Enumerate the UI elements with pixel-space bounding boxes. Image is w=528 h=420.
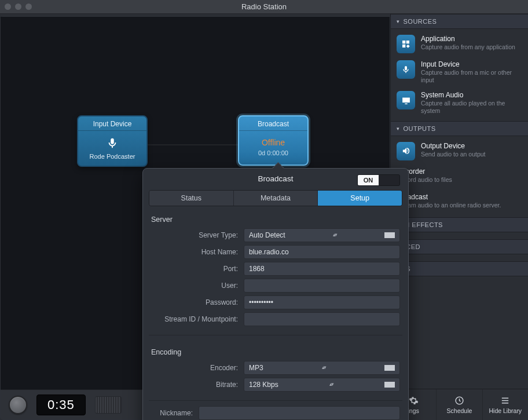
outputs-list: Output Device Send audio to an output Re… bbox=[391, 136, 528, 217]
select-bitrate[interactable]: 128 Kbps ▴▾ bbox=[244, 378, 400, 392]
source-desc: Capture audio from a mic or other input bbox=[421, 69, 522, 84]
tab-setup[interactable]: Setup bbox=[318, 191, 402, 206]
mic-icon bbox=[397, 60, 415, 79]
input-password[interactable] bbox=[244, 295, 400, 309]
titlebar: Radio Station bbox=[0, 0, 528, 14]
node-header: Input Device bbox=[78, 116, 146, 131]
section-others[interactable]: ERS bbox=[391, 261, 528, 276]
button-label: ings bbox=[408, 407, 419, 414]
section-builtin-effects[interactable]: T-IN EFFECTS bbox=[391, 217, 528, 232]
popover-title: Broadcast bbox=[258, 174, 294, 183]
broadcast-time: 0d 0:00:00 bbox=[258, 149, 288, 156]
label-encoder: Encoder: bbox=[151, 364, 238, 372]
select-server-type[interactable]: Auto Detect ▴▾ bbox=[244, 228, 400, 242]
select-arrows-icon: ▴▾ bbox=[329, 383, 333, 386]
section-outputs[interactable]: ▾ OUTPUTS bbox=[391, 121, 528, 136]
output-title: Output Device bbox=[421, 142, 486, 150]
list-icon bbox=[500, 396, 510, 406]
tab-status[interactable]: Status bbox=[149, 191, 234, 206]
source-title: System Audio bbox=[421, 91, 522, 99]
sources-list: Application Capture audio from any appli… bbox=[391, 29, 528, 121]
library-sidebar: ▾ SOURCES Application Capture audio from… bbox=[390, 14, 528, 420]
separator bbox=[149, 335, 402, 335]
section-sources[interactable]: ▾ SOURCES bbox=[391, 14, 528, 29]
source-item-system-audio[interactable]: System Audio Capture all audio played on… bbox=[391, 87, 528, 118]
section-encoding: Encoding Encoder: MP3 ▴▾ Bitrate: 128 Kb… bbox=[143, 339, 408, 397]
section-label: OUTPUTS bbox=[404, 125, 436, 132]
output-title: Broadcast bbox=[397, 193, 501, 201]
toggle-off bbox=[379, 175, 399, 185]
label-nickname: Nickname: bbox=[151, 409, 193, 417]
label-bitrate: Bitrate: bbox=[151, 381, 238, 389]
window-title: Radio Station bbox=[0, 2, 528, 11]
on-off-toggle[interactable]: ON bbox=[357, 174, 400, 186]
hide-library-button[interactable]: Hide Library bbox=[482, 389, 528, 420]
broadcast-status: Offline bbox=[262, 138, 285, 147]
patch-cable bbox=[145, 144, 238, 145]
section-server: Server Server Type: Auto Detect ▴▾ Host … bbox=[143, 206, 408, 331]
node-header: Broadcast bbox=[239, 116, 307, 131]
source-item-application[interactable]: Application Capture audio from any appli… bbox=[391, 31, 528, 57]
output-desc: Send audio to an output bbox=[421, 151, 486, 158]
chevron-down-icon: ▾ bbox=[397, 19, 400, 24]
mic-icon bbox=[105, 136, 120, 151]
section-heading: Encoding bbox=[151, 348, 400, 356]
source-item-input-device[interactable]: Input Device Capture audio from a mic or… bbox=[391, 57, 528, 87]
output-item-broadcast[interactable]: Broadcast Stream audio to an online radi… bbox=[391, 189, 528, 215]
node-broadcast[interactable]: Broadcast Offline 0d 0:00:00 bbox=[238, 115, 309, 166]
input-user[interactable] bbox=[244, 279, 400, 293]
library-footer: ings Schedule Hide Library bbox=[391, 389, 528, 420]
input-nickname[interactable] bbox=[199, 406, 400, 420]
tab-metadata[interactable]: Metadata bbox=[234, 191, 318, 206]
select-encoder[interactable]: MP3 ▴▾ bbox=[244, 361, 400, 375]
label-port: Port: bbox=[151, 265, 238, 273]
display-icon bbox=[397, 91, 415, 109]
input-mountpoint[interactable] bbox=[244, 312, 400, 326]
output-item-output-device[interactable]: Output Device Send audio to an output bbox=[391, 138, 528, 164]
node-input-device[interactable]: Input Device Rode Podcaster bbox=[77, 115, 148, 167]
input-port[interactable] bbox=[244, 262, 400, 276]
speaker-icon bbox=[397, 142, 415, 160]
select-value: Auto Detect bbox=[249, 231, 285, 239]
label-mountpoint: Stream ID / Mountpoint: bbox=[151, 315, 238, 323]
source-desc: Capture all audio played on the system bbox=[421, 100, 522, 115]
chevron-down-icon: ▾ bbox=[397, 126, 400, 132]
label-password: Password: bbox=[151, 298, 238, 306]
label-user: User: bbox=[151, 282, 238, 290]
source-title: Application bbox=[421, 35, 515, 43]
broadcast-popover: Broadcast ON Status Metadata Setup Serve… bbox=[142, 168, 409, 420]
node-subtitle: Rode Podcaster bbox=[90, 153, 135, 160]
section-heading: Server bbox=[151, 216, 400, 224]
section-advanced[interactable]: ANCED bbox=[391, 239, 528, 254]
source-title: Input Device bbox=[421, 60, 522, 68]
button-label: Schedule bbox=[447, 407, 472, 414]
button-label: Hide Library bbox=[489, 407, 522, 414]
select-value: MP3 bbox=[249, 364, 263, 372]
time-display: 0:35 bbox=[36, 395, 86, 415]
source-desc: Capture audio from any application bbox=[421, 43, 515, 51]
app-icon bbox=[397, 35, 415, 53]
output-item-recorder[interactable]: Recorder Record audio to files bbox=[391, 164, 528, 189]
clock-icon bbox=[454, 396, 464, 406]
label-server-type: Server Type: bbox=[151, 231, 238, 239]
section-label: SOURCES bbox=[404, 18, 437, 25]
tabbar: Status Metadata Setup bbox=[149, 190, 402, 206]
record-button[interactable] bbox=[9, 396, 27, 414]
input-host[interactable] bbox=[244, 245, 400, 259]
select-arrows-icon: ▴▾ bbox=[322, 366, 325, 369]
schedule-button[interactable]: Schedule bbox=[436, 389, 482, 420]
label-host: Host Name: bbox=[151, 248, 238, 256]
separator bbox=[149, 400, 402, 401]
select-value: 128 Kbps bbox=[249, 381, 278, 389]
gear-icon bbox=[409, 396, 419, 406]
toggle-on: ON bbox=[358, 175, 379, 185]
level-grille bbox=[95, 396, 122, 414]
output-desc: Stream audio to an online radio server. bbox=[397, 202, 501, 209]
select-arrows-icon: ▴▾ bbox=[333, 233, 336, 236]
